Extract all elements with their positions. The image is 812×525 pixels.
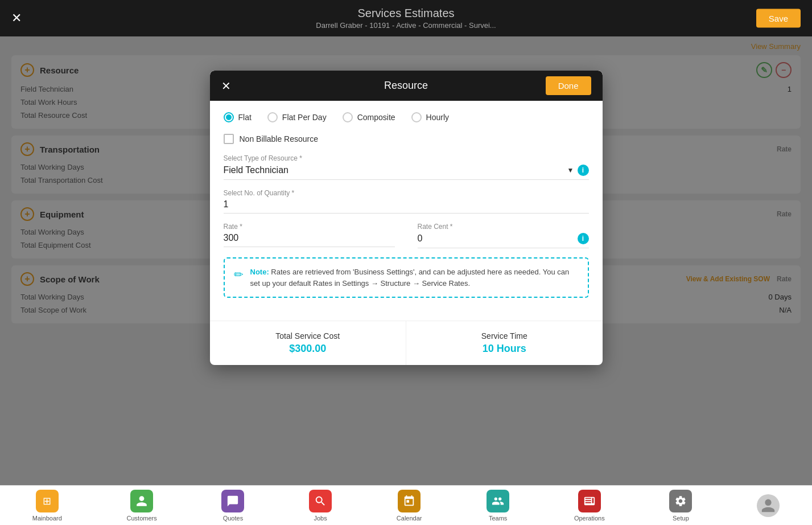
bottom-navigation: ⊞ Mainboard Customers Quotes Jobs Calend… — [0, 485, 812, 525]
mainboard-icon: ⊞ — [36, 490, 59, 512]
rate-label: Rate * — [224, 223, 395, 231]
nav-item-setup[interactable]: Setup — [669, 490, 692, 522]
setup-icon — [669, 490, 692, 512]
page-subtitle: Darrell Graber - 10191 - Active - Commer… — [316, 21, 496, 30]
rate-cent-label: Rate Cent * — [418, 223, 589, 231]
service-time-value: 10 Hours — [483, 343, 526, 355]
quantity-value[interactable]: 1 — [224, 199, 589, 214]
quantity-label: Select No. of Quantity * — [224, 189, 589, 197]
quantity-field: Select No. of Quantity * 1 — [224, 189, 589, 214]
rate-row: Rate * 300 Rate Cent * 0 i — [224, 223, 589, 248]
modal-done-button[interactable]: Done — [546, 76, 591, 95]
setup-label: Setup — [673, 515, 689, 522]
nav-item-avatar[interactable] — [757, 494, 780, 517]
composite-radio-label[interactable]: Composite — [343, 112, 395, 122]
modal-close-button[interactable]: ✕ — [221, 79, 231, 93]
mainboard-label: Mainboard — [32, 515, 62, 522]
service-time-section: Service Time 10 Hours — [406, 321, 603, 365]
note-label: Note: — [250, 268, 269, 276]
nav-item-customers[interactable]: Customers — [127, 490, 157, 522]
flat-radio-text: Flat — [238, 113, 252, 122]
nav-item-operations[interactable]: Operations — [574, 490, 605, 522]
composite-radio-text: Composite — [357, 113, 395, 122]
modal-title: Resource — [384, 80, 428, 92]
modal-body: Flat Flat Per Day Composite Hourly — [210, 101, 603, 321]
rate-cent-value[interactable]: 0 — [418, 233, 423, 244]
modal-overlay: ✕ Resource Done Flat Flat Per Day Compos… — [0, 36, 812, 485]
pricing-type-radio-group: Flat Flat Per Day Composite Hourly — [224, 112, 589, 122]
jobs-label: Jobs — [314, 515, 327, 522]
resource-type-value: Field Technician — [224, 165, 288, 175]
quotes-icon — [221, 490, 244, 512]
operations-label: Operations — [574, 515, 605, 522]
resource-type-label: Select Type of Resource * — [224, 154, 589, 162]
rate-cent-info-icon[interactable]: i — [578, 233, 589, 244]
resource-type-field: Select Type of Resource * Field Technici… — [224, 154, 589, 180]
total-service-cost-value: $300.00 — [289, 343, 326, 355]
resource-type-info-icon[interactable]: i — [578, 165, 589, 176]
quotes-label: Quotes — [223, 515, 243, 522]
hourly-radio-text: Hourly — [426, 113, 449, 122]
modal-header: ✕ Resource Done — [210, 71, 603, 101]
non-billable-row: Non Billable Resource — [224, 134, 589, 144]
save-button[interactable]: Save — [756, 9, 801, 28]
nav-item-jobs[interactable]: Jobs — [309, 490, 332, 522]
page-title: Services Estimates — [316, 7, 496, 20]
note-text: Note: Rates are retrieved from 'Business… — [250, 266, 579, 289]
rate-value[interactable]: 300 — [224, 233, 395, 247]
flat-per-day-radio-input[interactable] — [267, 112, 278, 122]
rate-field: Rate * 300 — [224, 223, 395, 248]
nav-item-mainboard[interactable]: ⊞ Mainboard — [32, 490, 62, 522]
nav-item-calendar[interactable]: Calendar — [397, 490, 422, 522]
nav-item-teams[interactable]: Teams — [487, 490, 509, 522]
resource-type-dropdown-arrow[interactable]: ▼ — [567, 166, 574, 174]
customers-label: Customers — [127, 515, 157, 522]
nav-item-quotes[interactable]: Quotes — [221, 490, 244, 522]
note-body: Rates are retrieved from 'Business Setti… — [250, 268, 570, 288]
user-avatar[interactable] — [757, 494, 780, 517]
hourly-radio-input[interactable] — [411, 112, 422, 122]
operations-icon — [578, 490, 601, 512]
modal-footer: Total Service Cost $300.00 Service Time … — [210, 321, 603, 365]
customers-icon — [130, 490, 153, 512]
total-service-cost-label: Total Service Cost — [275, 331, 340, 341]
non-billable-checkbox[interactable] — [224, 134, 234, 144]
flat-per-day-radio-text: Flat Per Day — [282, 113, 327, 122]
hourly-radio-label[interactable]: Hourly — [411, 112, 449, 122]
note-box: ✏ Note: Rates are retrieved from 'Busine… — [224, 257, 589, 298]
flat-radio-input[interactable] — [224, 112, 234, 122]
teams-icon — [487, 490, 509, 512]
total-service-cost-section: Total Service Cost $300.00 — [210, 321, 407, 365]
calendar-label: Calendar — [397, 515, 422, 522]
jobs-icon — [309, 490, 332, 512]
service-time-label: Service Time — [481, 331, 527, 341]
resource-modal: ✕ Resource Done Flat Flat Per Day Compos… — [210, 71, 603, 365]
calendar-icon — [398, 490, 421, 512]
top-bar: ✕ Services Estimates Darrell Graber - 10… — [0, 0, 812, 36]
non-billable-label: Non Billable Resource — [240, 134, 319, 143]
teams-label: Teams — [489, 515, 507, 522]
flat-radio-label[interactable]: Flat — [224, 112, 252, 122]
flat-per-day-radio-label[interactable]: Flat Per Day — [267, 112, 327, 122]
rate-cent-field: Rate Cent * 0 i — [418, 223, 589, 248]
note-icon: ✏ — [234, 268, 244, 281]
top-bar-close-button[interactable]: ✕ — [11, 11, 22, 26]
composite-radio-input[interactable] — [343, 112, 353, 122]
